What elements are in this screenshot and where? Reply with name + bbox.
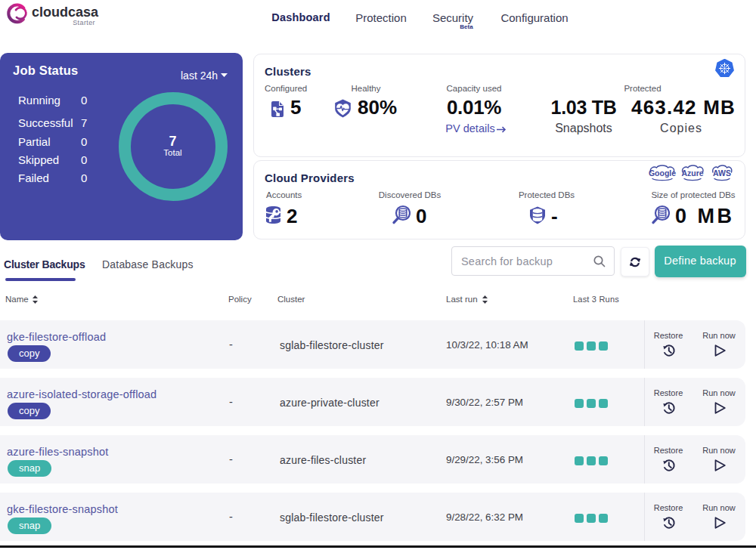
svg-text:Google: Google <box>649 168 676 178</box>
svg-text:Azure: Azure <box>681 168 703 178</box>
svg-text:AWS: AWS <box>713 168 731 178</box>
